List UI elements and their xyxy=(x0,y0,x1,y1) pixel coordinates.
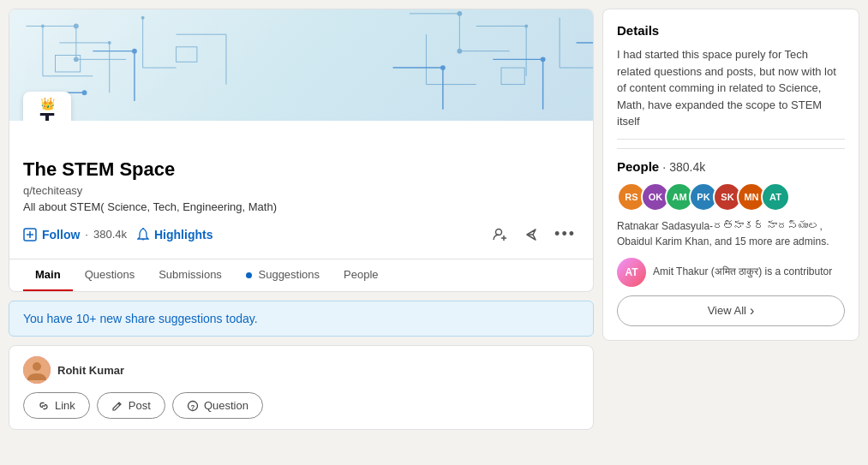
svg-rect-42 xyxy=(501,68,524,84)
tab-main[interactable]: Main xyxy=(23,259,73,291)
highlights-label: Highlights xyxy=(154,228,213,241)
people-count: · 380.4k xyxy=(662,160,705,174)
admin-avatar-7: AT xyxy=(761,182,790,212)
svg-point-7 xyxy=(41,25,45,28)
svg-point-33 xyxy=(541,57,546,62)
chevron-right-icon: › xyxy=(750,303,754,319)
more-options-button[interactable]: ••• xyxy=(551,222,579,247)
suggestions-text: You have 10+ new share suggestions today… xyxy=(23,312,258,325)
details-card: Details I had started this space purely … xyxy=(602,9,859,341)
svg-point-20 xyxy=(82,90,87,95)
link-label: Link xyxy=(55,399,75,412)
action-row: Follow · 380.4k Highlights xyxy=(9,213,593,255)
post-user-row: Rohit Kumar xyxy=(23,356,579,384)
profile-card: 👑 T The STEM Space q/techiteasy All abou… xyxy=(9,9,594,292)
tab-suggestions[interactable]: Suggestions xyxy=(234,259,332,291)
view-all-label: View All xyxy=(708,304,746,317)
question-button[interactable]: ? Question xyxy=(172,392,263,419)
svg-point-18 xyxy=(132,49,137,54)
space-description: All about STEM( Science, Tech, Engineeri… xyxy=(23,200,579,213)
add-person-button[interactable] xyxy=(489,224,512,246)
follow-icon xyxy=(23,228,37,241)
contributor-row: AT Amit Thakur (अमित ठाकुर) is a contrib… xyxy=(617,258,845,287)
suggestions-dot xyxy=(246,272,252,278)
svg-rect-41 xyxy=(177,47,197,63)
svg-point-25 xyxy=(457,49,462,54)
svg-point-3 xyxy=(74,24,79,29)
person-plus-icon xyxy=(493,227,508,242)
tab-people[interactable]: People xyxy=(332,259,390,291)
divider xyxy=(617,139,845,140)
space-handle: q/techiteasy xyxy=(23,184,579,197)
contributor-avatar: AT xyxy=(617,258,646,287)
details-title: Details xyxy=(617,23,845,38)
svg-point-24 xyxy=(457,11,462,16)
post-create-card: Rohit Kumar Link Post xyxy=(9,345,594,430)
link-icon xyxy=(38,400,50,412)
people-title: People · 380.4k xyxy=(617,148,845,174)
svg-point-28 xyxy=(524,25,528,28)
admins-text: Ratnakar Sadasyula-రత్నాకర్ నాదస్యుల, Ob… xyxy=(617,218,845,249)
question-label: Question xyxy=(204,399,248,412)
logo-letter: T xyxy=(39,110,54,121)
post-user-name: Rohit Kumar xyxy=(57,364,124,377)
space-title: The STEM Space xyxy=(23,158,579,181)
svg-point-13 xyxy=(141,16,145,20)
bell-icon xyxy=(137,228,149,241)
follow-button[interactable]: Follow · 380.4k xyxy=(23,224,127,245)
svg-text:?: ? xyxy=(190,402,195,410)
link-button[interactable]: Link xyxy=(23,392,90,419)
follow-label: Follow xyxy=(42,228,80,241)
suggestions-banner: You have 10+ new share suggestions today… xyxy=(9,301,594,337)
admin-avatars: RS OK AM PK SK MN AT xyxy=(617,182,845,212)
space-logo: 👑 T xyxy=(23,92,71,121)
svg-point-36 xyxy=(440,65,446,70)
question-icon: ? xyxy=(187,400,199,412)
share-button[interactable] xyxy=(520,224,542,246)
user-avatar xyxy=(23,356,51,384)
sidebar: Details I had started this space purely … xyxy=(602,0,868,465)
post-label: Post xyxy=(129,399,151,412)
tab-submissions[interactable]: Submissions xyxy=(147,259,234,291)
share-icon xyxy=(524,227,539,242)
header-actions-right: ••• xyxy=(489,222,579,247)
view-all-button[interactable]: View All › xyxy=(617,295,845,326)
svg-point-4 xyxy=(74,57,79,62)
post-button[interactable]: Post xyxy=(97,392,165,419)
follow-count: · xyxy=(85,228,88,241)
edit-icon xyxy=(111,400,123,412)
post-action-buttons: Link Post ? Question xyxy=(23,392,579,419)
highlights-button[interactable]: Highlights xyxy=(137,224,213,245)
details-text: I had started this space purely for Tech… xyxy=(617,46,845,130)
more-icon: ••• xyxy=(554,225,576,243)
tabs-row: Main Questions Submissions Suggestions P… xyxy=(9,259,593,291)
svg-point-10 xyxy=(108,41,111,45)
follow-count-value: 380.4k xyxy=(93,228,127,241)
tab-questions[interactable]: Questions xyxy=(73,259,147,291)
cover-image: 👑 T xyxy=(9,9,593,121)
contributor-text: Amit Thakur (अमित ठाकुर) is a contributo… xyxy=(653,265,832,279)
svg-point-52 xyxy=(33,362,41,371)
user-avatar-img xyxy=(23,356,51,384)
